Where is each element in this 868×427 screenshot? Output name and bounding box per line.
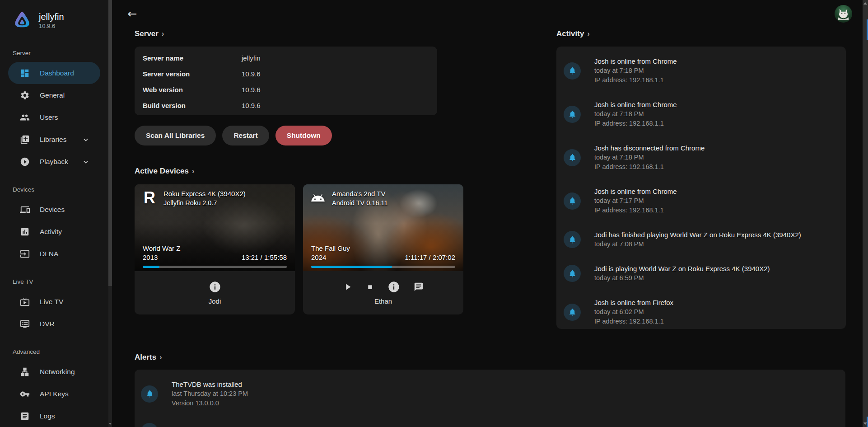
restart-button[interactable]: Restart xyxy=(222,126,269,145)
gear-icon xyxy=(20,90,30,100)
activity-title: Jodi has finished playing World War Z on… xyxy=(594,230,801,239)
notification-badge xyxy=(564,304,581,321)
dashboard-icon xyxy=(20,68,30,78)
scroll-up-arrow-icon[interactable] xyxy=(863,2,867,5)
sidebar-item-label: Networking xyxy=(40,368,75,376)
dvr-icon xyxy=(20,319,30,329)
live-tv-icon xyxy=(20,297,30,307)
notification-badge xyxy=(141,385,158,403)
chevron-down-icon xyxy=(81,135,90,144)
notification-badge xyxy=(564,149,581,166)
page-scrollbar[interactable] xyxy=(863,0,868,427)
sidebar-item-dlna[interactable]: DLNA xyxy=(8,243,100,265)
media-title: World War Z xyxy=(143,244,287,253)
alert-title: TheTVDB was installed xyxy=(172,380,248,389)
device-card-roku[interactable]: R Roku Express 4K (3940X2) Jellyfin Roku… xyxy=(135,184,295,314)
now-playing-info: World War Z 2013 13:21 / 1:55:58 xyxy=(143,244,287,270)
info-label: Server version xyxy=(143,70,242,78)
device-card-android-tv[interactable]: Amanda's 2nd TV Android TV 0.16.11 The F… xyxy=(303,184,463,314)
info-icon[interactable] xyxy=(209,281,221,293)
chevron-down-icon xyxy=(81,157,90,166)
sidebar-item-general[interactable]: General xyxy=(8,84,100,106)
sidebar-item-live-tv[interactable]: Live TV xyxy=(8,291,100,313)
cat-avatar-image xyxy=(835,5,852,23)
device-name: Roku Express 4K (3940X2) xyxy=(163,189,246,198)
jellyfin-logo-icon xyxy=(12,10,33,31)
active-devices-heading[interactable]: Active Devices› xyxy=(135,166,194,176)
alerts-label: Alerts xyxy=(135,353,156,361)
sidebar-item-libraries[interactable]: Libraries xyxy=(8,128,100,150)
user-avatar[interactable] xyxy=(835,5,852,23)
sidebar: jellyfin 10.9.6 Server Dashboard General… xyxy=(0,0,108,427)
sidebar-item-networking[interactable]: Networking xyxy=(8,361,100,383)
sidebar-item-devices[interactable]: Devices xyxy=(8,198,100,221)
activity-title: Josh is online from Chrome xyxy=(594,56,677,66)
back-arrow-icon: ← xyxy=(128,7,137,20)
nav-section-server: Server xyxy=(13,49,108,57)
info-value: 10.9.6 xyxy=(242,102,261,109)
info-icon[interactable] xyxy=(387,281,400,293)
sidebar-item-dvr[interactable]: DVR xyxy=(8,313,100,335)
activity-detail: IP address: 192.168.1.1 xyxy=(594,206,677,215)
sidebar-item-label: DVR xyxy=(40,320,55,328)
device-card-footer: Ethan xyxy=(303,271,463,314)
play-circle-icon xyxy=(20,157,30,167)
activity-card: Josh is online from Chrometoday at 7:18 … xyxy=(556,47,846,329)
message-icon[interactable] xyxy=(414,282,424,292)
sidebar-item-label: Devices xyxy=(40,206,65,214)
alert-item: AniDB was installed xyxy=(141,423,838,427)
scroll-down-arrow-icon[interactable] xyxy=(109,423,112,425)
sidebar-item-activity[interactable]: Activity xyxy=(8,221,100,243)
playback-time: 13:21 / 1:55:58 xyxy=(242,253,287,262)
info-label: Server name xyxy=(143,54,242,62)
play-icon[interactable] xyxy=(343,282,353,292)
playback-progress-fill xyxy=(311,266,392,268)
bell-icon xyxy=(568,235,577,244)
stop-icon[interactable] xyxy=(366,283,374,291)
heading-chevron-icon: › xyxy=(587,30,589,38)
sidebar-item-label: Dashboard xyxy=(40,69,74,77)
device-header: R Roku Express 4K (3940X2) Jellyfin Roku… xyxy=(140,189,290,207)
activity-item: Josh is online from Chrometoday at 7:18 … xyxy=(564,100,839,128)
media-year: 2024 xyxy=(311,253,326,262)
sidebar-item-label: Activity xyxy=(40,228,62,236)
sidebar-item-dashboard[interactable]: Dashboard xyxy=(8,62,100,84)
bell-icon xyxy=(568,110,577,118)
sidebar-item-label: Live TV xyxy=(40,298,63,306)
sidebar-item-api-keys[interactable]: API Keys xyxy=(8,383,100,405)
nav-section-livetv: Live TV xyxy=(13,277,108,286)
alert-time: last Thursday at 10:23 PM xyxy=(172,389,248,399)
bell-icon xyxy=(568,269,577,278)
nav-section-devices: Devices xyxy=(13,185,108,194)
alerts-card: TheTVDB was installed last Thursday at 1… xyxy=(135,370,845,427)
sidebar-item-logs[interactable]: Logs xyxy=(8,405,100,427)
shutdown-button[interactable]: Shutdown xyxy=(275,126,332,145)
activity-heading[interactable]: Activity› xyxy=(556,29,590,39)
playback-progress-bar xyxy=(143,266,287,268)
back-button[interactable]: ← xyxy=(125,6,140,22)
bell-icon xyxy=(145,389,154,398)
activity-title: Josh is online from Chrome xyxy=(594,100,677,109)
bell-icon xyxy=(568,308,577,316)
server-section-heading[interactable]: Server› xyxy=(135,29,164,39)
sidebar-item-playback[interactable]: Playback xyxy=(8,150,100,173)
activity-time: today at 7:18 PM xyxy=(594,66,677,75)
web-version-row: Web version 10.9.6 xyxy=(143,82,437,98)
sidebar-item-label: Playback xyxy=(40,158,68,166)
android-logo-icon xyxy=(309,189,327,207)
device-name: Amanda's 2nd TV xyxy=(332,189,388,198)
session-username: Jodi xyxy=(209,297,221,305)
activity-item: Josh has disconnected from Chrometoday a… xyxy=(564,143,839,172)
sidebar-item-users[interactable]: Users xyxy=(8,106,100,128)
alerts-heading[interactable]: Alerts› xyxy=(135,352,162,362)
client-version: Jellyfin Roku 2.0.7 xyxy=(163,198,246,207)
activity-item: Jodi is playing World War Z on Roku Expr… xyxy=(564,264,839,283)
info-value: jellyfin xyxy=(242,54,261,62)
heading-chevron-icon: › xyxy=(162,30,164,38)
scan-all-libraries-button[interactable]: Scan All Libraries xyxy=(135,126,216,145)
library-add-icon xyxy=(20,135,30,145)
sidebar-scrollbar[interactable] xyxy=(108,0,112,427)
activity-time: today at 7:08 PM xyxy=(594,239,801,249)
activity-detail: IP address: 192.168.1.1 xyxy=(594,317,673,326)
sidebar-scrollbar-thumb[interactable] xyxy=(108,0,112,286)
